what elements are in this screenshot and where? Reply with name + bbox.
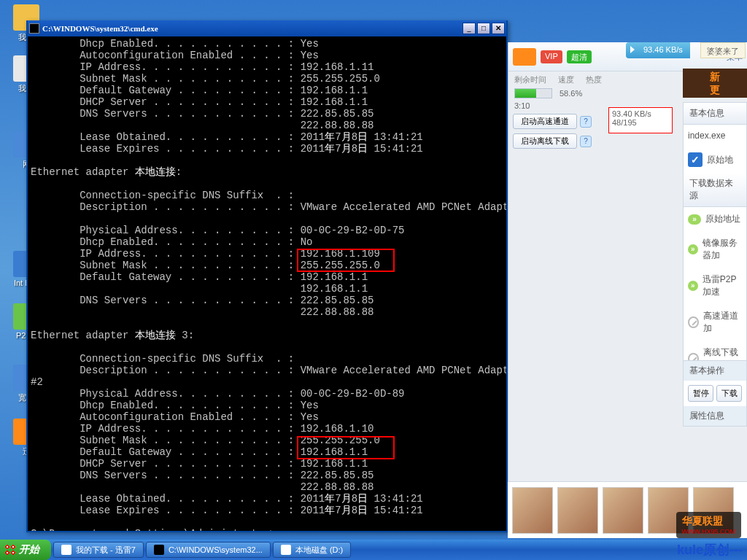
taskbar: 开始 我的下载 - 迅雷7 C:\WINDOWS\system32... 本地磁… (0, 540, 747, 560)
properties-header: 属性信息 (684, 406, 746, 426)
promo-banner[interactable]: 新更 (683, 69, 747, 98)
notification[interactable]: 婆婆来了 (700, 42, 746, 58)
arrow-icon: » (688, 244, 698, 254)
watermark-text: kule原创--- (677, 541, 743, 559)
start-button[interactable]: 开始 (0, 540, 51, 560)
highspeed-button[interactable]: 启动高速通道 (513, 114, 577, 129)
cmd-icon (29, 23, 39, 34)
hd-badge[interactable]: 超清 (567, 50, 592, 63)
taskbar-item[interactable]: 我的下载 - 迅雷7 (53, 542, 144, 558)
terminal-output[interactable]: Dhcp Enabled. . . . . . . . . . . : Yes … (28, 36, 506, 531)
thumbnail[interactable] (557, 487, 598, 534)
speed-value: 93.40 KB/s (612, 109, 669, 118)
tab-basic-info[interactable]: 基本信息 (684, 103, 746, 125)
eta: 3:10 (514, 101, 530, 110)
close-button[interactable]: ✕ (492, 23, 505, 34)
original-source[interactable]: ✓原始地 (684, 147, 746, 173)
cmd-icon (154, 545, 164, 555)
app-icon (61, 545, 71, 555)
source-item[interactable]: »原始地址 (684, 207, 746, 231)
sources-header: 下载数据来源 (684, 173, 746, 207)
pause-button[interactable]: 暂停 (688, 385, 713, 402)
source-item[interactable]: »迅雷P2P加速 (684, 268, 746, 304)
source-item[interactable]: 高速通道加 (684, 304, 746, 341)
operations-header: 基本操作 (684, 361, 746, 381)
app-icon (513, 48, 536, 66)
taskbar-item[interactable]: C:\WINDOWS\system32... (146, 542, 271, 558)
drive-icon (281, 545, 291, 555)
filename: index.exe (684, 125, 746, 147)
check-icon: ✓ (688, 152, 703, 167)
disabled-icon (688, 316, 699, 328)
info-panel: 基本信息 index.exe ✓原始地 下载数据来源 »原始地址 »镜像服务器加… (683, 102, 747, 378)
thumbnail[interactable] (603, 487, 643, 534)
cmd-window: C:\WINDOWS\system32\cmd.exe _ □ ✕ Dhcp E… (26, 20, 508, 532)
source-item[interactable]: »镜像服务器加 (684, 231, 746, 268)
help-icon[interactable]: ? (580, 116, 592, 128)
thumbnail[interactable] (512, 487, 553, 534)
speed-box: 93.40 KB/s 48/195 (608, 107, 673, 133)
titlebar[interactable]: C:\WINDOWS\system32\cmd.exe _ □ ✕ (28, 20, 506, 36)
offline-button[interactable]: 启动离线下载 (513, 133, 577, 149)
progress-pct: 58.6% (560, 89, 582, 98)
maximize-button[interactable]: □ (477, 23, 490, 34)
help-icon[interactable]: ? (580, 136, 592, 147)
speed-bubble: 93.46 KB/s (626, 42, 690, 58)
watermark-logo: 华夏联盟WWW.HX95.COM (676, 512, 742, 538)
vip-badge[interactable]: VIP (541, 50, 562, 63)
arrow-icon: » (688, 214, 701, 225)
operations-panel: 基本操作 暂停 下载 属性信息 (683, 360, 747, 427)
connections: 48/195 (612, 118, 669, 127)
arrow-icon: » (688, 281, 698, 291)
minimize-button[interactable]: _ (462, 23, 476, 34)
progress-bar (514, 88, 552, 98)
taskbar-item[interactable]: 本地磁盘 (D:) (273, 542, 351, 558)
download-button[interactable]: 下载 (716, 385, 742, 402)
window-title: C:\WINDOWS\system32\cmd.exe (42, 24, 461, 33)
